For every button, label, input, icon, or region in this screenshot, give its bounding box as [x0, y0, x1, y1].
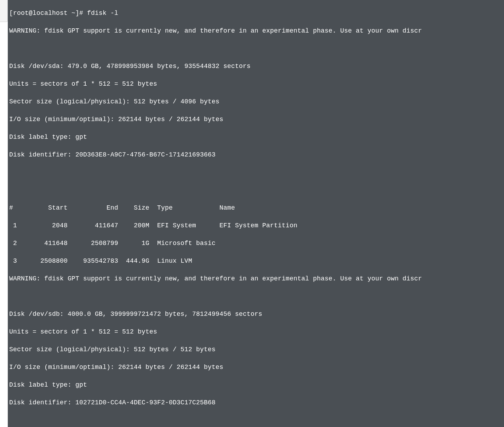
partition-table-header: # Start End Size Type Name	[9, 204, 504, 212]
blank-line	[9, 292, 504, 301]
blank-line	[9, 186, 504, 195]
disk-units: Units = sectors of 1 * 512 = 512 bytes	[9, 328, 504, 336]
partition-row: 1 2048 411647 200M EFI System EFI System…	[9, 221, 504, 230]
blank-line	[9, 168, 504, 177]
blank-line	[9, 416, 504, 425]
disk-label: Disk label type: gpt	[9, 133, 504, 142]
terminal-output[interactable]: [root@localhost ~]# fdisk -l WARNING: fd…	[8, 0, 504, 427]
prompt-line: [root@localhost ~]# fdisk -l	[9, 9, 504, 18]
warning-line: WARNING: fdisk GPT support is currently …	[9, 274, 504, 283]
disk-io: I/O size (minimum/optimal): 262144 bytes…	[9, 115, 504, 124]
disk-label: Disk label type: gpt	[9, 381, 504, 389]
partition-row: 3 2508800 935542783 444.9G Linux LVM	[9, 257, 504, 266]
left-gutter	[0, 0, 8, 22]
disk-header: Disk /dev/sdb: 4000.0 GB, 3999999721472 …	[9, 310, 504, 319]
partition-row: 2 411648 2508799 1G Microsoft basic	[9, 239, 504, 248]
disk-id: Disk identifier: 102721D0-CC4A-4DEC-93F2…	[9, 398, 504, 407]
disk-id: Disk identifier: 20D363E8-A9C7-4756-B67C…	[9, 150, 504, 159]
disk-io: I/O size (minimum/optimal): 262144 bytes…	[9, 363, 504, 372]
disk-sector: Sector size (logical/physical): 512 byte…	[9, 345, 504, 354]
disk-units: Units = sectors of 1 * 512 = 512 bytes	[9, 80, 504, 89]
disk-sector: Sector size (logical/physical): 512 byte…	[9, 97, 504, 106]
blank-line	[9, 44, 504, 53]
disk-header: Disk /dev/sda: 479.0 GB, 478998953984 by…	[9, 62, 504, 71]
warning-line: WARNING: fdisk GPT support is currently …	[9, 27, 504, 35]
